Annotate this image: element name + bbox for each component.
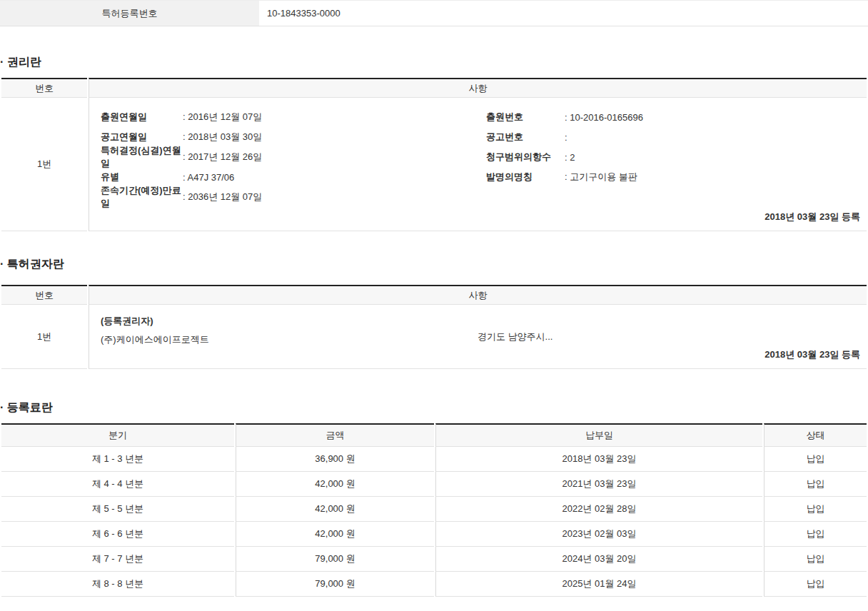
fee-amount: 79,000 원	[236, 547, 434, 572]
field-value: : 10-2016-0165696	[565, 112, 643, 123]
field-label: 특허결정(심결)연월일	[101, 144, 183, 170]
field-label: 유별	[101, 171, 183, 183]
field-row: 특허결정(심결)연월일 : 2017년 12월 26일	[101, 147, 486, 167]
table-row: 제 6 - 6 년분 42,000 원 2023년 02월 03일 납입	[1, 522, 867, 547]
field-label: 출원연월일	[101, 111, 183, 123]
field-label: 청구범위의항수	[486, 151, 565, 163]
field-value: : 2017년 12월 26일	[183, 151, 262, 163]
field-value: : 2016년 12월 07일	[183, 111, 262, 123]
rights-fields: 출원연월일 : 2016년 12월 07일 공고연월일 : 2018년 03월 …	[101, 107, 859, 207]
patent-number-value: 10-1843353-0000	[261, 1, 868, 26]
rights-fields-right: 출원번호 : 10-2016-0165696 공고번호 : 청구범위의항수 : …	[486, 107, 859, 207]
holder-registered-date: 2018년 03월 23일 등록	[764, 348, 860, 361]
fee-period: 제 8 - 8 년분	[1, 572, 234, 597]
patent-number-row: 특허등록번호 10-1843353-0000	[0, 0, 868, 26]
rights-row-number: 1번	[1, 98, 87, 231]
fee-status: 납입	[764, 497, 867, 522]
fee-period: 제 6 - 6 년분	[1, 522, 234, 547]
patent-number-label: 특허등록번호	[0, 1, 259, 26]
holder-type: (등록권리자)	[101, 312, 859, 330]
fee-status: 납입	[764, 522, 867, 547]
fee-period: 제 1 - 3 년분	[1, 447, 234, 472]
rights-col-no: 번호	[1, 78, 87, 98]
fee-amount: 36,900 원	[236, 447, 434, 472]
fee-amount: 42,000 원	[236, 472, 434, 497]
rights-header-row: 번호 사항	[1, 78, 867, 98]
fees-col-period: 분기	[1, 423, 234, 447]
holder-row-detail: (등록권리자) (주)케이에스에이프로젝트 경기도 남양주시... 2018년 …	[89, 305, 867, 369]
patent-register-page: 특허등록번호 10-1843353-0000 · 권리란 번호 사항 1번 출원…	[0, 0, 868, 597]
holder-row-number: 1번	[1, 305, 87, 369]
fees-header-row: 분기 금액 납부일 상태	[1, 423, 867, 447]
fee-payment-date: 2018년 03월 23일	[435, 447, 762, 472]
fee-period: 제 4 - 4 년분	[1, 472, 234, 497]
field-row: 공고번호 :	[486, 127, 859, 147]
table-row: 제 7 - 7 년분 79,000 원 2024년 03월 20일 납입	[1, 547, 867, 572]
field-value: : 고기구이용 불판	[565, 171, 637, 183]
section-title-fees: · 등록료란	[0, 400, 868, 414]
rights-fields-left: 출원연월일 : 2016년 12월 07일 공고연월일 : 2018년 03월 …	[101, 107, 486, 207]
table-row: 1번 출원연월일 : 2016년 12월 07일 공고연월일 : 2018년 0…	[1, 98, 867, 231]
fee-amount: 42,000 원	[236, 522, 434, 547]
rights-table: 번호 사항 1번 출원연월일 : 2016년 12월 07일 공고연	[0, 78, 868, 231]
fee-payment-date: 2022년 02월 28일	[435, 497, 762, 522]
field-value: : A47J 37/06	[183, 172, 234, 183]
rights-col-detail: 사항	[89, 78, 867, 98]
table-row: 1번 (등록권리자) (주)케이에스에이프로젝트 경기도 남양주시... 201…	[1, 305, 867, 369]
field-label: 공고번호	[486, 131, 565, 143]
field-row: 존속기간(예정)만료일 : 2036년 12월 07일	[101, 187, 486, 207]
fees-col-status: 상태	[764, 423, 867, 447]
table-row: 제 8 - 8 년분 79,000 원 2025년 01월 24일 납입	[1, 572, 867, 597]
field-label: 공고연월일	[101, 131, 183, 143]
holder-table: 번호 사항 1번 (등록권리자) (주)케이에스에이프로젝트 경기도 남양주시.…	[0, 285, 868, 369]
fee-period: 제 7 - 7 년분	[1, 547, 234, 572]
fees-col-payment-date: 납부일	[435, 423, 762, 447]
fee-payment-date: 2025년 01월 24일	[435, 572, 762, 597]
field-label: 발명의명칭	[486, 171, 565, 183]
field-value: : 2	[565, 152, 575, 163]
fee-amount: 42,000 원	[236, 497, 434, 522]
fee-period: 제 5 - 5 년분	[1, 497, 234, 522]
holder-header-row: 번호 사항	[1, 285, 867, 305]
table-row: 제 4 - 4 년분 42,000 원 2021년 03월 23일 납입	[1, 472, 867, 497]
fee-payment-date: 2023년 02월 03일	[435, 522, 762, 547]
fee-status: 납입	[764, 572, 867, 597]
field-label: 출원번호	[486, 111, 565, 123]
fees-table: 분기 금액 납부일 상태 제 1 - 3 년분 36,900 원 2018년 0…	[0, 423, 868, 597]
fee-payment-date: 2021년 03월 23일	[435, 472, 762, 497]
field-row: 청구범위의항수 : 2	[486, 147, 859, 167]
section-title-rights: · 권리란	[0, 55, 868, 69]
field-row: 출원연월일 : 2016년 12월 07일	[101, 107, 486, 127]
holder-col-detail: 사항	[89, 285, 867, 305]
field-row: 발명의명칭 : 고기구이용 불판	[486, 167, 859, 187]
table-row: 제 1 - 3 년분 36,900 원 2018년 03월 23일 납입	[1, 447, 867, 472]
fee-amount: 79,000 원	[236, 572, 434, 597]
rights-row-detail: 출원연월일 : 2016년 12월 07일 공고연월일 : 2018년 03월 …	[89, 98, 867, 231]
fee-status: 납입	[764, 547, 867, 572]
section-title-holder: · 특허권자란	[0, 257, 868, 271]
field-value: : 2018년 03월 30일	[183, 131, 262, 143]
fee-status: 납입	[764, 472, 867, 497]
fees-col-amount: 금액	[236, 423, 434, 447]
table-row: 제 5 - 5 년분 42,000 원 2022년 02월 28일 납입	[1, 497, 867, 522]
holder-col-no: 번호	[1, 285, 87, 305]
fee-status: 납입	[764, 447, 867, 472]
holder-address: 경기도 남양주시...	[478, 330, 552, 343]
rights-registered-date: 2018년 03월 23일 등록	[764, 211, 860, 223]
fee-payment-date: 2024년 03월 20일	[435, 547, 762, 572]
field-label: 존속기간(예정)만료일	[101, 184, 183, 210]
field-value: : 2036년 12월 07일	[183, 191, 262, 203]
field-value: :	[565, 132, 567, 143]
field-row: 출원번호 : 10-2016-0165696	[486, 107, 859, 127]
